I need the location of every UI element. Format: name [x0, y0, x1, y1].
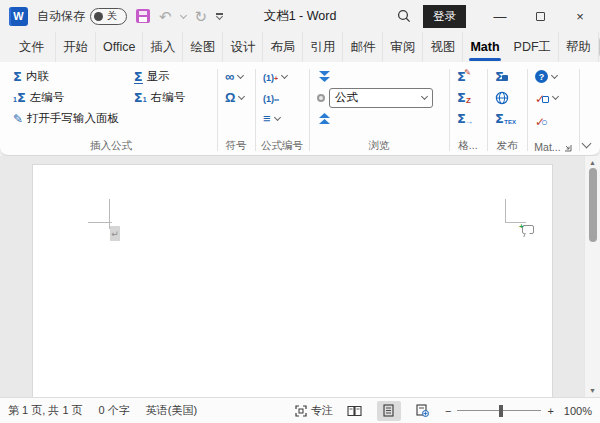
- plus-icon: +: [519, 222, 524, 231]
- dialog-launcher-icon[interactable]: [564, 144, 572, 152]
- insert-equation-number-button[interactable]: (1)+: [260, 66, 308, 87]
- search-button[interactable]: [385, 9, 423, 23]
- browse-previous-button[interactable]: [314, 108, 448, 129]
- group-browse: 公式 浏览: [310, 65, 450, 155]
- word-count[interactable]: 0 个字: [99, 403, 130, 418]
- export-tex-button[interactable]: ΣTEX: [492, 108, 526, 129]
- equation-link-icon: (1)∞: [263, 92, 279, 104]
- zoom-slider[interactable]: [457, 410, 541, 412]
- mathtype-help-button[interactable]: ?: [532, 66, 578, 87]
- group-label-insert-equation: 插入公式: [6, 139, 216, 153]
- tab-math[interactable]: Math: [463, 32, 506, 62]
- radio-icon[interactable]: [317, 94, 325, 102]
- infinity-icon: ∞: [225, 70, 234, 83]
- mathtype-check-selection-button[interactable]: ✓○: [532, 108, 578, 129]
- signin-button[interactable]: 登录: [423, 5, 466, 28]
- globe-icon: [495, 91, 509, 105]
- browse-target-row: 公式: [314, 87, 448, 108]
- convert-equation-button[interactable]: ΣZ: [454, 87, 486, 108]
- minimize-button[interactable]: —: [480, 0, 520, 32]
- inline-equation-button[interactable]: Σ 内联: [10, 66, 131, 87]
- equation-reference-button[interactable]: (1)∞: [260, 87, 308, 108]
- new-comment-indicator[interactable]: +: [519, 225, 534, 234]
- cursor-paragraph-mark: ↵: [110, 226, 120, 241]
- tab-view[interactable]: 视图: [423, 32, 463, 62]
- group-symbols: ∞ Ω 符号: [218, 65, 256, 155]
- undo-icon[interactable]: ↶: [159, 9, 172, 24]
- quick-access-overflow-button[interactable]: [216, 13, 223, 18]
- autosave-control[interactable]: 自动保存 关: [37, 8, 127, 25]
- zoom-in-button[interactable]: +: [547, 405, 553, 417]
- autosave-toggle[interactable]: 关: [90, 8, 127, 25]
- chevron-down-icon: [238, 93, 245, 100]
- status-bar: 第 1 页, 共 1 页 0 个字 英语(美国) 专注: [0, 397, 600, 423]
- mathtype-check-document-button[interactable]: ✓: [532, 87, 578, 108]
- margin-mark-left-vertical: [109, 199, 110, 229]
- tab-help[interactable]: 帮助: [559, 32, 599, 62]
- maximize-button[interactable]: [520, 0, 560, 32]
- group-label-equation-numbering: 公式编号: [256, 139, 308, 153]
- vertical-scrollbar[interactable]: ▲ ▼: [584, 156, 600, 397]
- right-numbered-equation-button[interactable]: Σ1 右编号: [131, 87, 216, 108]
- tab-file[interactable]: 文件: [8, 32, 56, 62]
- sigma-save-icon: Σ: [495, 70, 508, 83]
- infinity-symbol-button[interactable]: ∞: [222, 66, 254, 87]
- tab-draw[interactable]: 绘图: [183, 32, 223, 62]
- document-area[interactable]: ↵ + ▲ ▼: [0, 156, 600, 397]
- chevron-down-icon: [552, 93, 559, 100]
- save-equations-button[interactable]: Σ: [492, 66, 526, 87]
- redo-icon[interactable]: ↻: [195, 9, 208, 24]
- double-chevron-down-icon: [317, 70, 332, 83]
- tab-home[interactable]: 开始: [56, 32, 96, 62]
- zoom-level[interactable]: 100%: [564, 405, 592, 417]
- zoom-out-button[interactable]: −: [445, 405, 451, 417]
- sigma-z-icon: ΣZ: [457, 91, 466, 104]
- maximize-icon: [536, 12, 545, 21]
- undo-chevron-icon[interactable]: [180, 11, 187, 18]
- group-format: Σ✎ ΣZ Σ→ 格...: [450, 65, 488, 155]
- scroll-up-icon[interactable]: ▲: [585, 159, 600, 166]
- tab-insert[interactable]: 插入: [143, 32, 183, 62]
- close-button[interactable]: ×: [560, 0, 600, 32]
- scrollbar-thumb[interactable]: [589, 168, 597, 242]
- print-layout-button[interactable]: [377, 401, 401, 421]
- group-equation-numbering: (1)+ (1)∞ ≡ 公式编号: [256, 65, 310, 155]
- left-numbered-equation-button[interactable]: 1Σ 左编号: [10, 87, 131, 108]
- chevron-down-icon: [281, 72, 288, 79]
- scroll-down-icon[interactable]: ▼: [585, 387, 600, 394]
- book-icon: [347, 405, 362, 417]
- zoom-slider-thumb[interactable]: [499, 405, 503, 417]
- browse-type-combobox[interactable]: 公式: [329, 88, 433, 108]
- browse-next-button[interactable]: [314, 66, 448, 87]
- toggle-equation-button[interactable]: Σ→: [454, 108, 486, 129]
- autosave-state: 关: [107, 9, 117, 23]
- omega-icon: Ω: [225, 91, 235, 104]
- document-page[interactable]: ↵ +: [32, 164, 553, 397]
- ribbon-math: Σ 内联 1Σ 左编号 ✎ 打开手写输入面板 Σ 显示: [0, 62, 600, 156]
- edit-equation-button[interactable]: Σ✎: [454, 66, 486, 87]
- tab-layout[interactable]: 布局: [263, 32, 303, 62]
- margin-mark-left-horizontal: [88, 222, 112, 223]
- focus-mode-button[interactable]: 专注: [295, 403, 333, 418]
- tab-pdf[interactable]: PDF工: [507, 32, 560, 62]
- tab-mailings[interactable]: 邮件: [343, 32, 383, 62]
- tab-references[interactable]: 引用: [303, 32, 343, 62]
- read-mode-button[interactable]: [343, 401, 367, 421]
- search-icon: [397, 9, 411, 23]
- check-circle-icon: ✓○: [535, 109, 548, 129]
- publish-web-button[interactable]: [492, 87, 526, 108]
- numbering-format-button[interactable]: ≡: [260, 108, 308, 129]
- omega-symbol-button[interactable]: Ω: [222, 87, 254, 108]
- tab-design[interactable]: 设计: [223, 32, 263, 62]
- save-icon[interactable]: [136, 9, 150, 23]
- language-indicator[interactable]: 英语(美国): [146, 403, 197, 418]
- group-label-publish: 发布: [488, 139, 526, 153]
- collapse-ribbon-chevron-icon[interactable]: [582, 139, 592, 149]
- handwriting-panel-button[interactable]: ✎ 打开手写输入面板: [10, 108, 131, 129]
- tab-office[interactable]: Office: [96, 32, 143, 62]
- web-layout-button[interactable]: [411, 401, 435, 421]
- page-indicator[interactable]: 第 1 页, 共 1 页: [8, 403, 83, 418]
- tab-review[interactable]: 审阅: [383, 32, 423, 62]
- display-equation-button[interactable]: Σ 显示: [131, 66, 216, 87]
- titlebar: W 自动保存 关 ↶ ↻ 文档1 - Word: [0, 0, 600, 32]
